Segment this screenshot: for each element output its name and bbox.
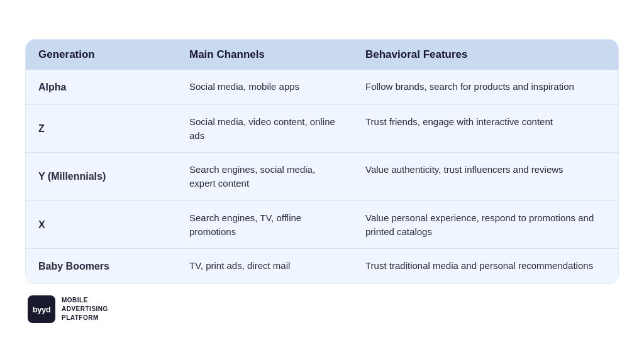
tagline-line3: PLATFORM (62, 314, 108, 322)
logo-wordmark: byyd (33, 305, 50, 314)
cell-channels: Search engines, social media, expert con… (177, 153, 353, 200)
cell-generation: Baby Boomers (26, 249, 177, 283)
cell-features: Trust friends, engage with interactive c… (353, 105, 618, 153)
tagline-line2: ADVERTISING (62, 305, 108, 314)
cell-channels: Search engines, TV, offline promotions (177, 201, 353, 249)
table-row: Baby BoomersTV, print ads, direct mailTr… (26, 248, 618, 283)
cell-features: Value authenticity, trust influencers an… (353, 153, 618, 200)
cell-channels: Social media, video content, online ads (177, 105, 353, 153)
cell-generation: Z (26, 105, 177, 153)
footer: byyd MOBILE ADVERTISING PLATFORM (25, 295, 619, 323)
table-row: ZSocial media, video content, online ads… (26, 104, 618, 153)
cell-generation: Alpha (26, 70, 177, 104)
tagline-line1: MOBILE (62, 296, 108, 305)
table-body: AlphaSocial media, mobile appsFollow bra… (26, 70, 618, 284)
cell-generation: Y (Millennials) (26, 153, 177, 200)
header-features: Behavioral Features (353, 40, 618, 70)
logo-tagline: MOBILE ADVERTISING PLATFORM (62, 296, 108, 322)
logo-box: byyd (28, 295, 55, 323)
table-header: Generation Main Channels Behavioral Feat… (26, 40, 618, 70)
header-channels: Main Channels (177, 40, 353, 70)
cell-features: Trust traditional media and personal rec… (353, 249, 618, 283)
table-row: AlphaSocial media, mobile appsFollow bra… (26, 70, 618, 104)
header-generation: Generation (26, 40, 177, 70)
table-container: Generation Main Channels Behavioral Feat… (25, 39, 619, 285)
cell-features: Follow brands, search for products and i… (353, 70, 618, 104)
cell-generation: X (26, 201, 177, 249)
cell-channels: Social media, mobile apps (177, 70, 353, 104)
cell-channels: TV, print ads, direct mail (177, 249, 353, 283)
table-row: Y (Millennials)Search engines, social me… (26, 152, 618, 200)
table-row: XSearch engines, TV, offline promotionsV… (26, 200, 618, 249)
cell-features: Value personal experience, respond to pr… (353, 201, 618, 249)
